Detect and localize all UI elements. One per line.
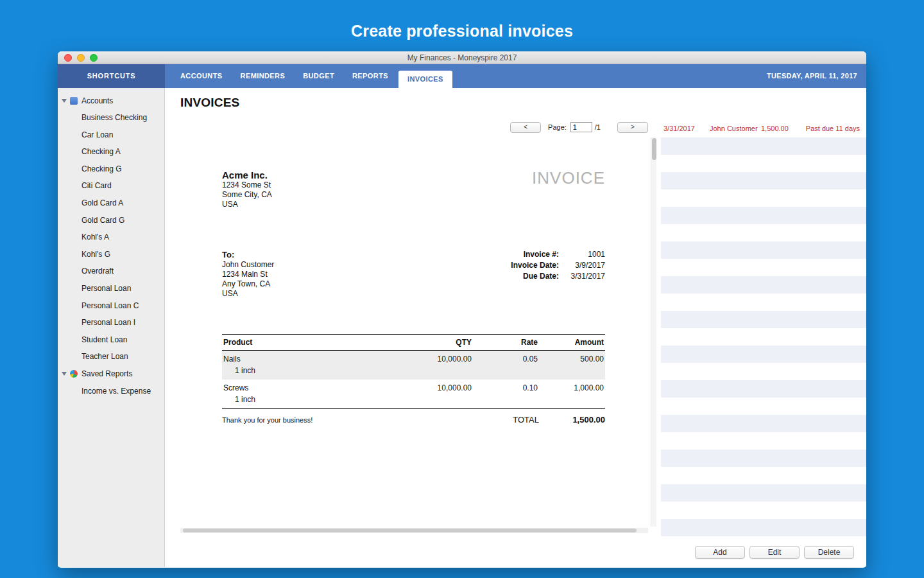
recipient-block: To: John Customer1234 Main StAny Town, C… <box>222 249 274 299</box>
vertical-scrollbar-thumb[interactable] <box>652 138 656 160</box>
invoice-footer: Thank you for your business! TOTAL 1,500… <box>222 415 605 425</box>
invoice-list-empty-row[interactable] <box>661 172 866 189</box>
invoice-meta-row: Due Date:3/31/2017 <box>511 271 605 282</box>
line-item-rate: 0.05 <box>472 355 538 363</box>
invoice-list-empty-row[interactable] <box>661 241 866 259</box>
company-address-line: Some City, CA <box>222 190 272 200</box>
invoice-list-empty-row[interactable] <box>661 137 866 155</box>
line-item-detail: 1 inch <box>223 395 604 404</box>
page-number-input[interactable] <box>570 122 592 132</box>
sidebar-group-saved-reports-label: Saved Reports <box>81 369 132 378</box>
invoice-column-header: Amount <box>538 338 604 347</box>
invoice-list-empty-row[interactable] <box>661 380 866 398</box>
recipient-address-line: Any Town, CA <box>222 279 274 289</box>
invoice-list-empty-row[interactable] <box>661 450 866 467</box>
invoice-column-header: Product <box>223 338 404 347</box>
sidebar-item-account[interactable]: Kohl's G <box>58 246 164 263</box>
disclosure-triangle-icon[interactable] <box>62 372 67 376</box>
invoice-list-empty-row[interactable] <box>661 415 866 432</box>
invoice-list-empty-row[interactable] <box>661 259 866 276</box>
sidebar-item-account[interactable]: Business Checking <box>58 109 164 127</box>
invoice-list-empty-row[interactable] <box>661 398 866 415</box>
reports-list: Income vs. Expense <box>58 383 164 400</box>
invoice-meta-row: Invoice #:1001 <box>511 249 605 260</box>
line-item-product: Nails <box>223 355 404 363</box>
sidebar-item-account[interactable]: Car Loan <box>58 127 164 144</box>
sidebar-item-account[interactable]: Checking A <box>58 143 164 161</box>
sidebar-item-account[interactable]: Gold Card A <box>58 195 164 212</box>
invoice-meta-row: Invoice Date:3/9/2017 <box>511 260 605 271</box>
tab-reports[interactable]: REPORTS <box>343 64 397 88</box>
window-titlebar[interactable]: My Finances - Moneyspire 2017 <box>58 51 866 64</box>
invoice-preview: Acme Inc. 1234 Some StSome City, CAUSA I… <box>180 137 648 527</box>
total-label: TOTAL <box>473 415 539 425</box>
horizontal-scrollbar-thumb[interactable] <box>183 529 637 532</box>
invoice-amount: 1,500.00 <box>761 120 801 137</box>
invoice-document: Acme Inc. 1234 Some StSome City, CAUSA I… <box>180 137 648 425</box>
delete-button[interactable]: Delete <box>804 546 854 559</box>
nav-bar: ACCOUNTSREMINDERSBUDGETREPORTSINVOICES T… <box>165 64 866 88</box>
invoice-list-empty-row[interactable] <box>661 293 866 311</box>
invoice-list-empty-row[interactable] <box>661 155 866 172</box>
disclosure-triangle-icon[interactable] <box>62 99 67 103</box>
invoice-list-empty-row[interactable] <box>661 467 866 484</box>
sidebar-item-account[interactable]: Overdraft <box>58 263 164 280</box>
invoice-list-empty-row[interactable] <box>661 189 866 207</box>
prev-page-button[interactable]: < <box>510 122 541 133</box>
invoice-list-row[interactable]: 3/31/2017John Customer1,500.00Past due 1… <box>661 120 866 137</box>
invoice-list-empty-row[interactable] <box>661 328 866 346</box>
sidebar-item-report[interactable]: Income vs. Expense <box>58 383 164 400</box>
invoice-list-empty-row[interactable] <box>661 224 866 241</box>
invoice-list-empty-row[interactable] <box>661 519 866 536</box>
sidebar-item-account[interactable]: Student Loan <box>58 331 164 349</box>
sidebar-item-account[interactable]: Checking G <box>58 161 164 178</box>
invoice-list-empty-row[interactable] <box>661 484 866 502</box>
sidebar-item-account[interactable]: Gold Card G <box>58 212 164 229</box>
window-title: My Finances - Moneyspire 2017 <box>58 51 866 64</box>
invoice-list-empty-row[interactable] <box>661 276 866 293</box>
invoice-list-empty-row[interactable] <box>661 502 866 519</box>
page-label: Page: <box>548 123 567 131</box>
edit-button[interactable]: Edit <box>749 546 800 559</box>
sidebar-item-account[interactable]: Personal Loan I <box>58 314 164 331</box>
sidebar-item-account[interactable]: Kohl's A <box>58 229 164 246</box>
page-title: INVOICES <box>180 96 239 110</box>
tab-budget[interactable]: BUDGET <box>294 64 343 88</box>
tab-accounts[interactable]: ACCOUNTS <box>171 64 232 88</box>
company-address-line: 1234 Some St <box>222 180 272 190</box>
vertical-scrollbar[interactable] <box>651 137 656 527</box>
line-item-rate: 0.10 <box>472 383 538 392</box>
line-item-qty: 10,000.00 <box>404 383 472 392</box>
invoice-meta-value: 3/31/2017 <box>559 271 605 282</box>
sidebar-item-account[interactable]: Personal Loan <box>58 280 164 297</box>
line-item-detail: 1 inch <box>223 366 604 375</box>
invoice-meta-label: Invoice #: <box>524 249 559 260</box>
line-item-qty: 10,000.00 <box>404 355 472 363</box>
invoice-list-empty-row[interactable] <box>661 432 866 450</box>
tab-invoices[interactable]: INVOICES <box>398 71 452 88</box>
invoice-list-empty-row[interactable] <box>661 363 866 380</box>
close-window-button[interactable] <box>64 54 72 62</box>
minimize-window-button[interactable] <box>77 54 85 62</box>
invoice-table: ProductQTYRateAmount Nails10,000.000.055… <box>222 334 605 409</box>
tab-reminders[interactable]: REMINDERS <box>232 64 295 88</box>
next-page-button[interactable]: > <box>617 122 648 133</box>
sidebar-group-accounts[interactable]: Accounts <box>58 92 164 109</box>
invoice-list-empty-row[interactable] <box>661 311 866 328</box>
top-bar: SHORTCUTS ACCOUNTSREMINDERSBUDGETREPORTS… <box>58 64 866 88</box>
sidebar-item-account[interactable]: Personal Loan C <box>58 297 164 315</box>
app-window: My Finances - Moneyspire 2017 SHORTCUTS … <box>58 51 866 568</box>
sidebar: Accounts Business CheckingCar LoanChecki… <box>58 88 165 567</box>
recipient-address-line: 1234 Main St <box>222 270 274 279</box>
sidebar-group-saved-reports[interactable]: Saved Reports <box>58 365 164 383</box>
invoice-list-empty-row[interactable] <box>661 346 866 363</box>
sidebar-item-account[interactable]: Teacher Loan <box>58 348 164 365</box>
traffic-lights <box>64 54 98 62</box>
add-button[interactable]: Add <box>695 546 745 559</box>
zoom-window-button[interactable] <box>90 54 98 62</box>
sidebar-item-account[interactable]: Citi Card <box>58 177 164 195</box>
action-buttons: Add Edit Delete <box>695 546 854 559</box>
horizontal-scrollbar[interactable] <box>180 528 648 533</box>
invoice-list-empty-row[interactable] <box>661 207 866 224</box>
invoice-meta-label: Invoice Date: <box>511 260 559 271</box>
